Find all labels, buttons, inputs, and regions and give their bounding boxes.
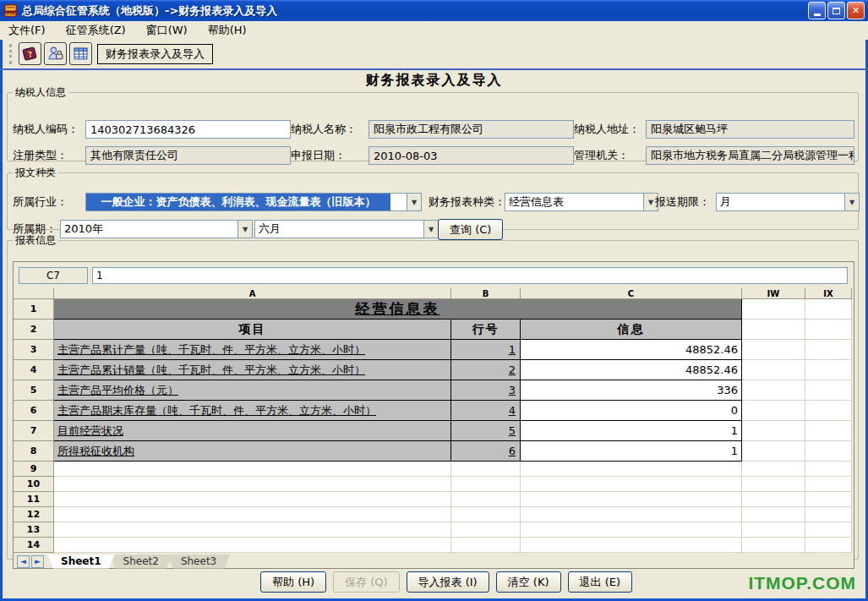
field-value[interactable]: 其他有限责任公司 — [85, 146, 291, 165]
header-line-cell[interactable]: 行号 — [451, 320, 521, 340]
sheet-tab[interactable]: Sheet1 — [47, 555, 115, 569]
report-kind-combobox[interactable]: 经营信息表 ▼ — [505, 193, 658, 211]
grid-cell[interactable] — [742, 441, 805, 462]
grid-cell[interactable] — [521, 492, 742, 507]
row-header[interactable]: 11 — [14, 492, 54, 507]
help-book-button[interactable]: ? — [19, 42, 41, 65]
item-cell[interactable]: 主营产品累计产量（吨、千瓦时、件、平方米、立方米、小时） — [54, 340, 451, 360]
grid-cell[interactable] — [521, 477, 742, 492]
grid-cell[interactable] — [742, 477, 805, 492]
user-lock-button[interactable] — [44, 42, 67, 65]
grid-cell[interactable] — [451, 522, 521, 538]
line-number-cell[interactable]: 2 — [451, 360, 521, 380]
grid-cell[interactable] — [742, 538, 805, 553]
grid-cell[interactable] — [805, 538, 852, 553]
report-kind-value[interactable]: 经营信息表 — [505, 194, 643, 210]
row-header[interactable]: 12 — [14, 507, 54, 522]
grid-cell[interactable] — [805, 421, 852, 441]
footer-button[interactable]: 清空 (K) — [496, 571, 561, 593]
sheet-tab[interactable]: Sheet2 — [110, 555, 172, 569]
column-header-ix[interactable]: IX — [805, 288, 852, 299]
grid-cell[interactable] — [805, 299, 852, 320]
item-cell[interactable]: 主营产品累计销量（吨、千瓦时、件、平方米、立方米、小时） — [54, 360, 451, 380]
item-cell[interactable]: 目前经营状况 — [54, 421, 451, 441]
header-item-cell[interactable]: 项目 — [54, 320, 451, 340]
grid-cell[interactable] — [742, 421, 805, 441]
line-number-cell[interactable]: 5 — [451, 421, 521, 441]
grid-cell[interactable] — [521, 522, 742, 538]
module-tab[interactable]: 财务报表录入及导入 — [97, 44, 213, 64]
grid-cell[interactable] — [805, 360, 852, 380]
sheet-tab[interactable]: Sheet3 — [167, 555, 230, 569]
cell-reference-box[interactable]: C7 — [19, 267, 88, 284]
field-value[interactable]: 阳泉城区鲍马坪 — [646, 120, 854, 139]
spreadsheet-button[interactable] — [69, 42, 92, 65]
line-number-cell[interactable]: 1 — [451, 340, 521, 360]
item-cell[interactable]: 主营产品期末库存量（吨、千瓦时、件、平方米、立方米、小时） — [54, 401, 451, 421]
grid-cell[interactable] — [805, 320, 852, 340]
footer-button[interactable]: 帮助 (H) — [260, 571, 326, 593]
field-value[interactable]: 2010-08-03 — [368, 146, 574, 165]
grid-cell[interactable] — [742, 462, 805, 477]
grid-cell[interactable] — [521, 538, 742, 553]
row-header[interactable]: 13 — [14, 522, 54, 538]
grid-cell[interactable] — [742, 492, 805, 507]
industry-selected-value[interactable]: 一般企业：资产负债表、利润表、现金流量表（旧版本） — [86, 194, 390, 210]
menu-item[interactable]: 帮助(H) — [208, 23, 247, 38]
grid-corner[interactable] — [14, 288, 54, 299]
grid-cell[interactable] — [805, 492, 852, 507]
footer-button[interactable]: 保存 (Q) — [333, 571, 400, 593]
row-header[interactable]: 3 — [14, 340, 54, 360]
footer-button[interactable]: 退出 (E) — [568, 571, 633, 593]
row-header[interactable]: 10 — [14, 477, 54, 492]
grid-cell[interactable] — [742, 320, 805, 340]
header-info-cell[interactable]: 信息 — [521, 320, 742, 340]
industry-combobox[interactable]: 一般企业：资产负债表、利润表、现金流量表（旧版本） ▼ — [85, 193, 422, 211]
chevron-down-icon[interactable]: ▼ — [844, 194, 859, 210]
footer-button[interactable]: 导入报表 (I) — [407, 571, 489, 593]
grid-cell[interactable] — [54, 507, 451, 522]
toolbar-gripper[interactable] — [9, 44, 12, 64]
line-number-cell[interactable]: 3 — [451, 380, 521, 401]
item-cell[interactable]: 所得税征收机构 — [54, 441, 451, 462]
grid-cell[interactable] — [805, 441, 852, 462]
industry-combobox-gap[interactable] — [390, 194, 407, 210]
grid-cell[interactable] — [805, 340, 852, 360]
grid-cell[interactable] — [805, 477, 852, 492]
grid-cell[interactable] — [805, 401, 852, 421]
row-header[interactable]: 14 — [14, 538, 54, 553]
column-header-b[interactable]: B — [451, 288, 521, 299]
row-header[interactable]: 9 — [14, 462, 54, 477]
row-header[interactable]: 5 — [14, 380, 54, 401]
grid-cell[interactable] — [54, 538, 451, 553]
grid-cell[interactable] — [451, 507, 521, 522]
field-value[interactable]: 阳泉市地方税务局直属二分局税源管理一科 — [646, 146, 854, 165]
grid-cell[interactable] — [805, 507, 852, 522]
row-header[interactable]: 7 — [14, 421, 54, 441]
grid-cell[interactable] — [54, 477, 451, 492]
tab-scroll-right-button[interactable]: ► — [31, 555, 44, 568]
term-combobox[interactable]: 月 ▼ — [716, 193, 860, 211]
grid-cell[interactable] — [451, 492, 521, 507]
grid-cell[interactable] — [54, 492, 451, 507]
value-cell[interactable]: 336 — [521, 380, 742, 401]
grid-cell[interactable] — [805, 522, 852, 538]
grid-cell[interactable] — [521, 507, 742, 522]
grid-cell[interactable] — [521, 462, 742, 477]
grid-cell[interactable] — [742, 299, 805, 320]
menu-item[interactable]: 窗口(W) — [146, 23, 188, 38]
formula-input[interactable] — [92, 267, 848, 284]
item-cell[interactable]: 主营产品平均价格（元） — [54, 380, 451, 401]
row-header[interactable]: 1 — [14, 299, 54, 320]
column-header-c[interactable]: C — [521, 288, 742, 299]
grid-cell[interactable] — [742, 340, 805, 360]
table-title-cell[interactable]: 经营信息表 — [54, 299, 742, 320]
tab-scroll-left-button[interactable]: ◄ — [17, 555, 30, 568]
row-header[interactable]: 6 — [14, 401, 54, 421]
grid-cell[interactable] — [742, 507, 805, 522]
grid-cell[interactable] — [451, 477, 521, 492]
grid-cell[interactable] — [805, 462, 852, 477]
minimize-button[interactable] — [808, 2, 826, 19]
row-header[interactable]: 4 — [14, 360, 54, 380]
grid-cell[interactable] — [54, 462, 451, 477]
